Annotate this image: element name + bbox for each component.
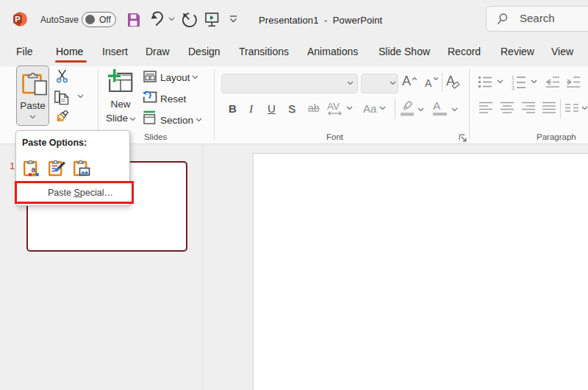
svg-text:2: 2 <box>512 80 514 85</box>
svg-text:1: 1 <box>512 75 514 80</box>
svg-text:3: 3 <box>512 85 514 91</box>
svg-text:a: a <box>32 165 36 174</box>
svg-text:P: P <box>15 15 20 24</box>
